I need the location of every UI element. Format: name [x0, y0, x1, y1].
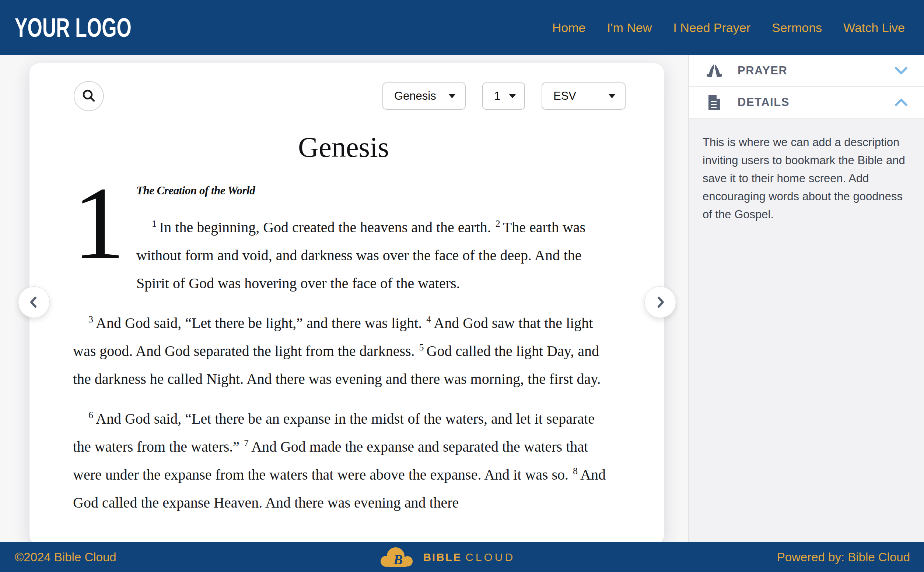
book-select-value: Genesis	[394, 89, 436, 103]
nav-link-i-need-prayer[interactable]: I Need Prayer	[673, 20, 751, 35]
brand-bible: BIBLE	[423, 551, 462, 563]
verse-number: 2	[496, 218, 500, 229]
version-select-value: ESV	[553, 89, 576, 103]
bible-paragraph: 3And God said, “Let there be light,” and…	[73, 309, 614, 393]
caret-down-icon	[449, 94, 455, 98]
main-nav: Home I'm New I Need Prayer Sermons Watch…	[552, 20, 905, 35]
details-description: This is where we can add a description i…	[689, 118, 924, 224]
verse-number: 8	[573, 466, 578, 476]
nav-link-sermons[interactable]: Sermons	[772, 20, 822, 35]
right-sidebar: PRAYER DETAILS This is where we can add …	[688, 55, 924, 542]
chapter-block: 1 The Creation of the World 1In the begi…	[73, 184, 614, 517]
bible-reader: Genesis 1 The Creation of the World 1In …	[30, 63, 664, 517]
caret-down-icon	[609, 94, 615, 98]
brand-cloud: CLOUD	[465, 551, 515, 563]
nav-link-watch-live[interactable]: Watch Live	[843, 20, 905, 35]
verse-number: 5	[419, 342, 424, 353]
verse-number: 4	[426, 314, 431, 325]
nav-link-im-new[interactable]: I'm New	[607, 20, 652, 35]
document-icon	[706, 94, 723, 110]
prayer-accordion-label: PRAYER	[738, 64, 894, 77]
search-button[interactable]	[74, 81, 104, 111]
caret-down-icon	[509, 94, 516, 98]
next-chapter-button[interactable]	[644, 286, 676, 318]
bible-reader-card: Genesis 1 ESV Genesis 1 The Creation of …	[30, 63, 664, 545]
bible-cloud-logo-icon: B	[378, 546, 416, 569]
powered-by-text: Powered by: Bible Cloud	[777, 550, 910, 564]
section-heading: The Creation of the World	[73, 184, 614, 197]
verse-number: 6	[89, 410, 93, 420]
praying-hands-icon	[706, 63, 723, 78]
bible-cloud-brand: B BIBLECLOUD	[378, 546, 515, 569]
chapter-select-value: 1	[494, 89, 500, 103]
previous-chapter-button[interactable]	[18, 286, 50, 318]
prayer-accordion-header[interactable]: PRAYER	[689, 55, 924, 87]
brand-text: BIBLECLOUD	[423, 551, 515, 564]
verse-number: 7	[244, 438, 249, 448]
bible-paragraph: 6And God said, “Let there be an expanse …	[73, 405, 614, 517]
footer: ©2024 Bible Cloud B BIBLECLOUD Powered b…	[0, 542, 924, 572]
chevron-up-icon	[894, 98, 908, 106]
chevron-right-icon	[654, 296, 667, 308]
version-select[interactable]: ESV	[542, 82, 626, 110]
site-logo: YOUR LOGO	[15, 12, 131, 43]
chapter-select[interactable]: 1	[482, 82, 525, 110]
top-navbar: YOUR LOGO Home I'm New I Need Prayer Ser…	[0, 0, 924, 55]
bible-paragraph: 1In the beginning, God created the heave…	[73, 213, 614, 297]
chevron-left-icon	[28, 296, 40, 308]
details-accordion-label: DETAILS	[738, 96, 894, 109]
nav-link-home[interactable]: Home	[552, 20, 586, 35]
verse-number: 3	[89, 314, 93, 325]
search-icon	[81, 89, 96, 103]
verse-number: 1	[152, 218, 157, 229]
chevron-down-icon	[894, 67, 908, 75]
copyright-text: ©2024 Bible Cloud	[15, 550, 117, 564]
details-accordion-header[interactable]: DETAILS	[689, 87, 924, 118]
book-select[interactable]: Genesis	[382, 82, 466, 110]
bible-paragraphs: 1In the beginning, God created the heave…	[73, 213, 614, 517]
chapter-number: 1	[73, 184, 117, 270]
passage-selectors: Genesis 1 ESV	[382, 82, 626, 110]
svg-text:B: B	[393, 552, 403, 567]
book-title: Genesis	[73, 130, 614, 164]
